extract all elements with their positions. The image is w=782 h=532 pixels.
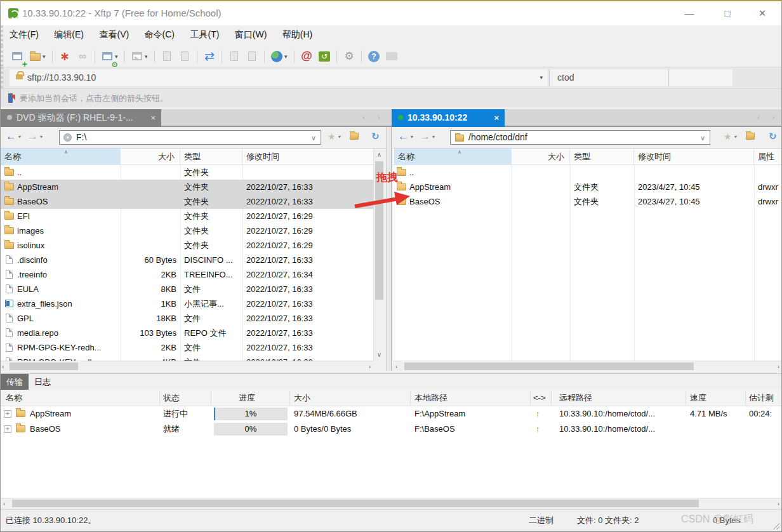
- left-horizontal-scrollbar[interactable]: ‹ ›: [1, 361, 373, 371]
- column-direction[interactable]: <->: [533, 390, 546, 406]
- url-caret-icon[interactable]: ▾: [540, 69, 543, 86]
- column-progress[interactable]: 进度: [239, 390, 255, 406]
- column-name[interactable]: 名称: [394, 149, 512, 165]
- menu-window[interactable]: 窗口(W): [229, 25, 274, 44]
- scroll-down-icon[interactable]: ∨: [374, 351, 385, 358]
- new-session-icon[interactable]: +: [10, 49, 25, 64]
- transfer-arrows-icon[interactable]: ⇄: [202, 49, 217, 64]
- forward-caret-icon[interactable]: ▾: [432, 134, 435, 140]
- scrollbar-thumb[interactable]: [10, 362, 78, 370]
- column-remote-path[interactable]: 远程路径: [559, 390, 592, 406]
- transfer-row[interactable]: + BaseOS 就绪 0% 0 Bytes/0 Bytes F:\BaseOS…: [1, 422, 782, 437]
- scrollbar-thumb[interactable]: [12, 500, 699, 507]
- favorites-star-icon[interactable]: ★: [328, 131, 336, 142]
- file-row[interactable]: AppStream文件夹2023/4/27, 10:45drwxr: [393, 180, 782, 194]
- tab-close-icon[interactable]: ×: [494, 109, 499, 126]
- file-row-partial[interactable]: RPM-GPG-KEY-redh...4KB文件2022/10/27, 16:3…: [1, 355, 373, 361]
- file-row[interactable]: ..: [393, 165, 782, 180]
- open-folder-icon[interactable]: [27, 49, 43, 64]
- column-date[interactable]: 修改时间: [242, 149, 373, 165]
- file-row[interactable]: extra_files.json1KB小黑记事...2022/10/27, 16…: [1, 296, 373, 311]
- file-row[interactable]: EULA8KB文件2022/10/27, 16:33: [1, 282, 373, 296]
- back-caret-icon[interactable]: ▾: [18, 134, 21, 140]
- settings-gear-icon[interactable]: ⚙: [341, 49, 357, 64]
- scroll-right-icon[interactable]: ›: [369, 363, 371, 370]
- xshell-icon[interactable]: @: [299, 49, 314, 64]
- tab-scroll-right-icon[interactable]: ›: [772, 113, 775, 121]
- file-row[interactable]: .discinfo60 BytesDISCINFO ...2022/10/27,…: [1, 253, 373, 267]
- help-icon[interactable]: ?: [366, 49, 381, 64]
- session-properties-caret-icon[interactable]: ▾: [115, 53, 121, 60]
- expand-icon[interactable]: +: [4, 410, 11, 418]
- back-caret-icon[interactable]: ▾: [411, 134, 413, 140]
- scroll-left-icon[interactable]: ‹: [2, 363, 4, 370]
- run-icon[interactable]: ▶: [129, 49, 145, 64]
- file-row-selected[interactable]: BaseOS文件夹2022/10/27, 16:33: [1, 194, 373, 209]
- url-field[interactable]: sftp://10.33.90.10 ▾: [10, 69, 548, 86]
- tab-scroll-left-icon[interactable]: ‹: [362, 113, 365, 121]
- column-size[interactable]: 大小: [512, 149, 570, 165]
- refresh-icon[interactable]: ↻: [371, 131, 380, 142]
- xftp-icon[interactable]: ↺: [317, 49, 332, 64]
- column-type[interactable]: 类型: [180, 149, 242, 165]
- tab-log[interactable]: 日志: [29, 374, 56, 390]
- resize-grip[interactable]: [773, 523, 779, 529]
- remote-path-combobox[interactable]: /home/ctod/dnf ∨: [450, 130, 710, 145]
- column-status[interactable]: 状态: [163, 390, 180, 406]
- run-caret-icon[interactable]: ▾: [145, 53, 151, 60]
- back-icon[interactable]: ←: [6, 130, 17, 143]
- column-eta[interactable]: 估计剩: [749, 390, 774, 406]
- favorites-star-icon[interactable]: ★: [724, 131, 732, 142]
- tab-local-dvd[interactable]: DVD 驱动器 (F:) RHEL-9-1-... ×: [1, 109, 161, 127]
- paste-icon[interactable]: [244, 49, 260, 64]
- path-dropdown-icon[interactable]: ∨: [700, 131, 705, 145]
- password-field[interactable]: [669, 69, 732, 86]
- scroll-up-icon[interactable]: ∧: [374, 151, 385, 158]
- column-type[interactable]: 类型: [570, 149, 634, 165]
- column-speed[interactable]: 速度: [690, 390, 706, 406]
- column-local-path[interactable]: 本地路径: [414, 390, 447, 406]
- forward-icon[interactable]: →: [420, 130, 430, 143]
- forward-icon[interactable]: →: [27, 130, 38, 143]
- panel-splitter[interactable]: [387, 127, 392, 371]
- file-row-selected[interactable]: AppStream文件夹2022/10/27, 16:33: [1, 180, 373, 194]
- file-row[interactable]: .treeinfo2KBTREEINFO...2022/10/27, 16:34: [1, 267, 373, 282]
- tab-scroll-left-icon[interactable]: ‹: [757, 113, 760, 121]
- scroll-left-icon[interactable]: ‹: [395, 363, 397, 370]
- column-size[interactable]: 大小: [294, 390, 310, 406]
- column-size[interactable]: 大小: [121, 149, 180, 165]
- file-row[interactable]: EFI文件夹2022/10/27, 16:29: [1, 209, 373, 223]
- copy-icon[interactable]: [227, 49, 242, 64]
- path-dropdown-icon[interactable]: ∨: [311, 131, 316, 145]
- close-button[interactable]: ✕: [750, 5, 775, 22]
- tab-close-icon[interactable]: ×: [150, 109, 156, 126]
- open-folder-caret-icon[interactable]: ▾: [43, 53, 49, 60]
- right-horizontal-scrollbar[interactable]: ‹ ›: [393, 361, 782, 371]
- file-row[interactable]: ..文件夹: [1, 165, 373, 180]
- file-row[interactable]: isolinux文件夹2022/10/27, 16:29: [1, 238, 373, 253]
- upload-icon[interactable]: [159, 49, 175, 64]
- scroll-left-icon[interactable]: ‹: [3, 500, 5, 507]
- scroll-right-icon[interactable]: ›: [778, 363, 779, 370]
- menu-help[interactable]: 帮助(H): [276, 25, 319, 44]
- file-row[interactable]: GPL18KB文件2022/10/27, 16:33: [1, 311, 373, 326]
- transfer-horizontal-scrollbar[interactable]: ‹ ›: [1, 498, 782, 509]
- session-properties-icon[interactable]: ⚙: [100, 49, 115, 64]
- refresh-icon[interactable]: ↻: [769, 131, 777, 142]
- tab-transfer[interactable]: 传输: [1, 374, 29, 390]
- favorites-caret-icon[interactable]: ▾: [338, 134, 341, 140]
- web-icon[interactable]: [269, 49, 284, 64]
- file-row[interactable]: images文件夹2022/10/27, 16:29: [1, 223, 373, 238]
- menu-command[interactable]: 命令(C): [138, 25, 181, 44]
- local-path-combobox[interactable]: F:\ ∨: [59, 130, 321, 145]
- menu-edit[interactable]: 编辑(E): [48, 25, 90, 44]
- tab-scroll-right-icon[interactable]: ›: [378, 113, 380, 121]
- file-row[interactable]: RPM-GPG-KEY-redh...2KB文件2022/10/27, 16:3…: [1, 340, 373, 355]
- maximize-button[interactable]: □: [715, 5, 740, 22]
- column-name[interactable]: 名称: [6, 390, 22, 406]
- file-row[interactable]: media.repo103 BytesREPO 文件2022/10/27, 16…: [1, 326, 373, 340]
- download-icon[interactable]: [177, 49, 192, 64]
- web-caret-icon[interactable]: ▾: [284, 53, 291, 60]
- scroll-right-icon[interactable]: ›: [778, 500, 779, 507]
- scrollbar-thumb[interactable]: [404, 362, 694, 370]
